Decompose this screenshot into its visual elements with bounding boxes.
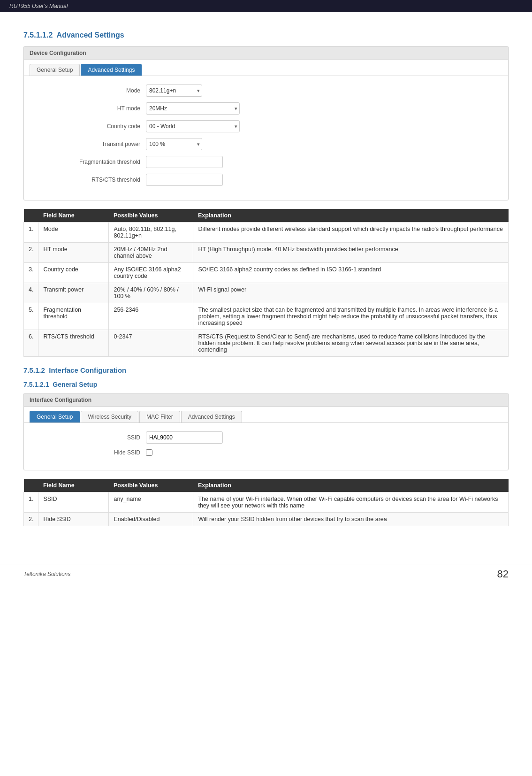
table-row: 4. Transmit power 20% / 40% / 60% / 80% … bbox=[24, 283, 509, 303]
page-header: RUT955 User's Manual bbox=[0, 0, 532, 12]
cell-num: 1. bbox=[24, 223, 38, 243]
cell-num: 6. bbox=[24, 330, 38, 357]
device-config-box: Device Configuration General Setup Advan… bbox=[23, 46, 509, 200]
cell-field: HT mode bbox=[38, 243, 109, 263]
general-setup-table: Field Name Possible Values Explanation 1… bbox=[23, 479, 509, 526]
footer-company: Teltonika Solutions bbox=[23, 571, 70, 577]
tab-advanced-settings[interactable]: Advanced Settings bbox=[81, 64, 142, 76]
cell-field: RTS/CTS threshold bbox=[38, 330, 109, 357]
col-explanation: Explanation bbox=[193, 209, 509, 223]
hide-ssid-label: Hide SSID bbox=[52, 449, 146, 456]
ht-mode-row: HT mode 20MHz bbox=[52, 102, 494, 115]
cell-field: Transmit power bbox=[38, 283, 109, 303]
table-row: 5. Fragmentation threshold 256-2346 The … bbox=[24, 303, 509, 330]
cell-values: Any ISO/IEC 3166 alpha2 country code bbox=[109, 263, 193, 283]
cell-num: 3. bbox=[24, 263, 38, 283]
cell-explanation: Different modes provide different wirele… bbox=[193, 223, 509, 243]
cell-explanation: Will render your SSID hidden from other … bbox=[193, 513, 509, 526]
frag-threshold-label: Fragmentation threshold bbox=[52, 159, 146, 165]
cell-field: Hide SSID bbox=[38, 513, 109, 526]
advanced-settings-table: Field Name Possible Values Explanation 1… bbox=[23, 209, 509, 357]
transmit-power-select-wrap: 100 % bbox=[146, 138, 202, 150]
cell-num: 5. bbox=[24, 303, 38, 330]
frag-threshold-row: Fragmentation threshold bbox=[52, 156, 494, 168]
device-config-tabs: General Setup Advanced Settings bbox=[24, 60, 508, 76]
footer-page-number: 82 bbox=[497, 568, 509, 580]
section-title-2: 7.5.1.2 Interface Configuration bbox=[23, 366, 509, 374]
tab-advanced-settings-2[interactable]: Advanced Settings bbox=[181, 411, 242, 423]
country-code-select-wrap: 00 - World bbox=[146, 120, 240, 132]
ssid-input[interactable] bbox=[146, 431, 223, 444]
cell-values: 256-2346 bbox=[109, 303, 193, 330]
country-code-select[interactable]: 00 - World bbox=[146, 120, 240, 132]
rts-threshold-row: RTS/CTS threshold bbox=[52, 174, 494, 186]
col-field-2: Field Name bbox=[38, 479, 109, 492]
transmit-power-select[interactable]: 100 % bbox=[146, 138, 202, 150]
cell-values: Enabled/Disabled bbox=[109, 513, 193, 526]
frag-threshold-input[interactable] bbox=[146, 156, 223, 168]
interface-config-form: SSID Hide SSID bbox=[24, 423, 508, 470]
cell-field: Mode bbox=[38, 223, 109, 243]
hide-ssid-row: Hide SSID bbox=[52, 449, 494, 456]
cell-explanation: HT (High Throughput) mode. 40 MHz bandwi… bbox=[193, 243, 509, 263]
mode-select-wrap: 802.11g+n bbox=[146, 85, 202, 97]
table-row: 2. Hide SSID Enabled/Disabled Will rende… bbox=[24, 513, 509, 526]
mode-row: Mode 802.11g+n bbox=[52, 85, 494, 97]
tab-general-setup-2[interactable]: General Setup bbox=[30, 411, 80, 423]
device-config-form: Mode 802.11g+n HT mode 20MHz Country c bbox=[24, 76, 508, 200]
transmit-power-row: Transmit power 100 % bbox=[52, 138, 494, 150]
cell-explanation: The smallest packet size that can be fra… bbox=[193, 303, 509, 330]
cell-num: 2. bbox=[24, 243, 38, 263]
ssid-label: SSID bbox=[52, 434, 146, 441]
hide-ssid-checkbox[interactable] bbox=[146, 449, 152, 456]
country-code-label: Country code bbox=[52, 123, 146, 130]
table-row: 1. SSID any_name The name of your Wi-Fi … bbox=[24, 492, 509, 513]
page-content: 7.5.1.1.2 Advanced Settings Device Confi… bbox=[0, 12, 532, 554]
ht-mode-select[interactable]: 20MHz bbox=[146, 102, 240, 115]
rts-threshold-label: RTS/CTS threshold bbox=[52, 177, 146, 183]
col-values: Possible Values bbox=[109, 209, 193, 223]
cell-explanation: Wi-Fi signal power bbox=[193, 283, 509, 303]
ssid-row: SSID bbox=[52, 431, 494, 444]
mode-label: Mode bbox=[52, 87, 146, 94]
page-footer: Teltonika Solutions 82 bbox=[0, 564, 532, 584]
cell-values: 20% / 40% / 60% / 80% / 100 % bbox=[109, 283, 193, 303]
cell-values: any_name bbox=[109, 492, 193, 513]
cell-num: 2. bbox=[24, 513, 38, 526]
col-num bbox=[24, 209, 38, 223]
table-row: 3. Country code Any ISO/IEC 3166 alpha2 … bbox=[24, 263, 509, 283]
section-title-3: 7.5.1.2.1 General Setup bbox=[23, 381, 509, 388]
table-row: 6. RTS/CTS threshold 0-2347 RTS/CTS (Req… bbox=[24, 330, 509, 357]
ht-mode-label: HT mode bbox=[52, 105, 146, 112]
cell-num: 1. bbox=[24, 492, 38, 513]
cell-values: 20MHz / 40MHz 2nd channel above bbox=[109, 243, 193, 263]
hide-ssid-wrap bbox=[146, 449, 152, 456]
transmit-power-label: Transmit power bbox=[52, 141, 146, 147]
country-code-row: Country code 00 - World bbox=[52, 120, 494, 132]
mode-select[interactable]: 802.11g+n bbox=[146, 85, 202, 97]
manual-title: RUT955 User's Manual bbox=[9, 3, 68, 9]
cell-values: 0-2347 bbox=[109, 330, 193, 357]
device-config-header: Device Configuration bbox=[24, 46, 508, 60]
col-num-2 bbox=[24, 479, 38, 492]
col-explanation-2: Explanation bbox=[193, 479, 509, 492]
rts-threshold-input[interactable] bbox=[146, 174, 223, 186]
cell-explanation: The name of your Wi-Fi interface. When o… bbox=[193, 492, 509, 513]
cell-field: Country code bbox=[38, 263, 109, 283]
cell-values: Auto, 802.11b, 802.11g, 802.11g+n bbox=[109, 223, 193, 243]
col-values-2: Possible Values bbox=[109, 479, 193, 492]
cell-field: SSID bbox=[38, 492, 109, 513]
section-title-1: 7.5.1.1.2 Advanced Settings bbox=[23, 31, 509, 39]
cell-explanation: SO/IEC 3166 alpha2 country codes as defi… bbox=[193, 263, 509, 283]
tab-general-setup[interactable]: General Setup bbox=[30, 64, 80, 76]
tab-wireless-security[interactable]: Wireless Security bbox=[81, 411, 138, 423]
interface-config-header: Interface Configuration bbox=[24, 393, 508, 407]
cell-explanation: RTS/CTS (Request to Send/Clear to Send) … bbox=[193, 330, 509, 357]
ht-mode-select-wrap: 20MHz bbox=[146, 102, 240, 115]
cell-num: 4. bbox=[24, 283, 38, 303]
cell-field: Fragmentation threshold bbox=[38, 303, 109, 330]
col-field: Field Name bbox=[38, 209, 109, 223]
table-row: 1. Mode Auto, 802.11b, 802.11g, 802.11g+… bbox=[24, 223, 509, 243]
tab-mac-filter[interactable]: MAC Filter bbox=[139, 411, 180, 423]
interface-config-tabs: General Setup Wireless Security MAC Filt… bbox=[24, 407, 508, 423]
